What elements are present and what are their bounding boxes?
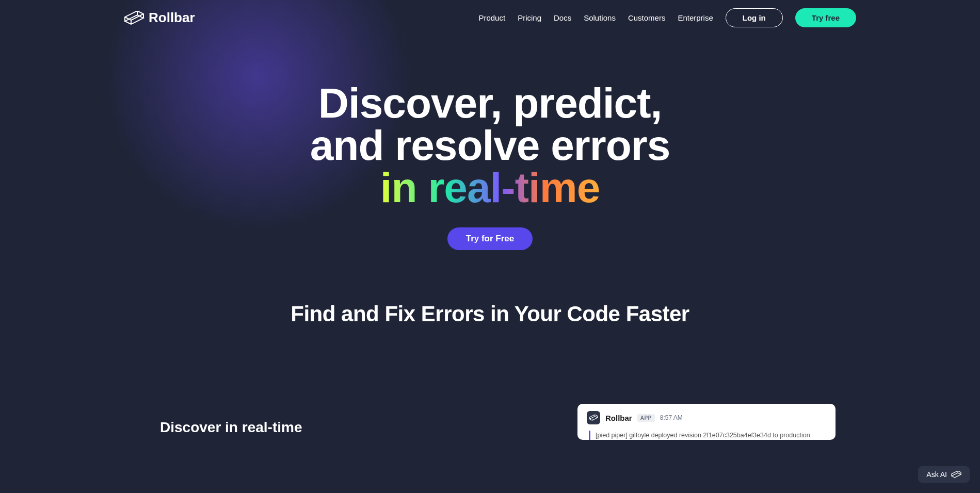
- card-app-name: Rollbar: [605, 414, 632, 422]
- try-free-button[interactable]: Try free: [795, 8, 856, 27]
- hero-line2: and resolve errors: [310, 122, 670, 169]
- login-button[interactable]: Log in: [726, 8, 783, 27]
- hero-line1: Discover, predict,: [318, 79, 662, 126]
- discover-title: Discover in real-time: [160, 419, 302, 436]
- nav-right: Product Pricing Docs Solutions Customers…: [478, 8, 856, 27]
- try-for-free-button[interactable]: Try for Free: [447, 227, 533, 250]
- nav-link-enterprise[interactable]: Enterprise: [678, 13, 713, 22]
- hero-title: Discover, predict, and resolve errors in…: [21, 82, 959, 209]
- ask-ai-label: Ask AI: [926, 470, 947, 479]
- hero-section: Discover, predict, and resolve errors in…: [0, 82, 980, 250]
- rollbar-icon: [589, 415, 598, 421]
- nav-links: Product Pricing Docs Solutions Customers…: [478, 13, 713, 22]
- card-badge: APP: [637, 414, 655, 422]
- nav-link-docs[interactable]: Docs: [554, 13, 571, 22]
- bottom-section: Discover in real-time Rollbar APP 8:57 A…: [0, 404, 980, 440]
- card-time: 8:57 AM: [660, 414, 683, 421]
- rollbar-logo-icon: [124, 11, 144, 25]
- nav-link-product[interactable]: Product: [478, 13, 505, 22]
- card-message: [pied piper] gilfoyle deployed revision …: [589, 431, 826, 440]
- logo[interactable]: Rollbar: [124, 10, 195, 26]
- nav-link-customers[interactable]: Customers: [628, 13, 666, 22]
- nav-link-pricing[interactable]: Pricing: [518, 13, 541, 22]
- notification-card: Rollbar APP 8:57 AM [pied piper] gilfoyl…: [577, 404, 836, 440]
- nav-link-solutions[interactable]: Solutions: [584, 13, 616, 22]
- card-avatar: [587, 411, 600, 424]
- card-header: Rollbar APP 8:57 AM: [587, 411, 826, 424]
- logo-text: Rollbar: [149, 10, 195, 26]
- header: Rollbar Product Pricing Docs Solutions C…: [0, 0, 980, 36]
- ask-ai-icon: [951, 471, 961, 478]
- hero-line3: in real-time: [380, 164, 600, 211]
- ask-ai-button[interactable]: Ask AI: [918, 466, 970, 483]
- subheading: Find and Fix Errors in Your Code Faster: [0, 302, 980, 326]
